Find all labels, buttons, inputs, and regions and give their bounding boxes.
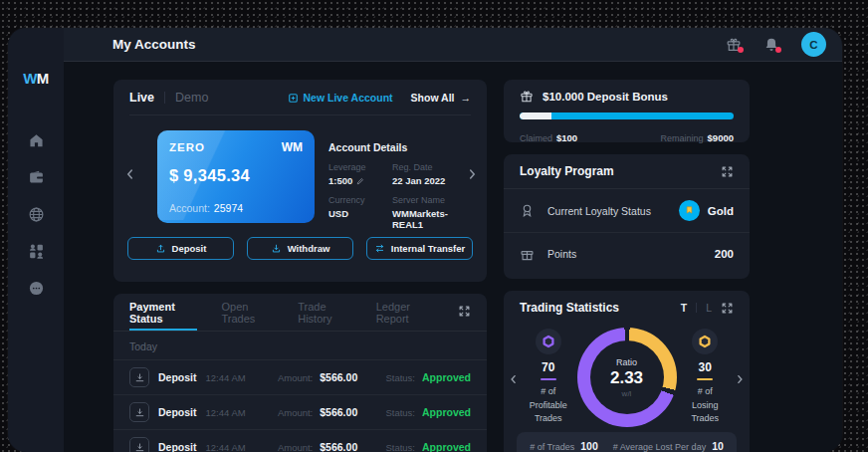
account-number: 25974 xyxy=(214,202,243,214)
sidebar-nav xyxy=(8,132,64,297)
avg-lost-value: 10 xyxy=(712,440,724,452)
tab-demo[interactable]: Demo xyxy=(175,91,208,105)
account-actions: Deposit Withdraw Internal Transfer xyxy=(113,232,487,260)
payment-row: Deposit 12:44 AM Amount: $566.00 Status:… xyxy=(113,359,487,394)
reg-date-value: 22 Jan 2022 xyxy=(392,175,468,186)
accounts-panel-header: Live Demo New Live Account Show All → xyxy=(113,80,487,114)
new-live-account-button[interactable]: New Live Account xyxy=(288,92,393,104)
tab-payment-status[interactable]: Payment Status xyxy=(129,294,197,331)
new-live-account-label: New Live Account xyxy=(304,92,393,104)
account-type-badge: ZERO xyxy=(169,141,205,153)
logo-w: W xyxy=(23,70,37,87)
accounts-panel: Live Demo New Live Account Show All → xyxy=(113,80,487,282)
tab-ledger-report[interactable]: Ledger Report xyxy=(376,294,434,331)
amount-label: Amount: xyxy=(278,442,313,452)
currency-field: Currency USD xyxy=(328,195,382,230)
remaining-value: $9000 xyxy=(708,132,734,143)
losing-trades-label: # of Losing Trades xyxy=(686,385,726,427)
losing-trades-value: 30 xyxy=(686,360,726,374)
add-account-icon xyxy=(288,93,299,104)
main-content: Live Demo New Live Account Show All → xyxy=(64,62,842,452)
loyalty-points-label: Points xyxy=(547,248,576,260)
loyalty-panel: Loyalty Program Current Loyalty Status G… xyxy=(504,154,750,279)
amount-value: $566.00 xyxy=(320,371,357,383)
remaining-label: Remaining xyxy=(661,133,704,143)
status-badge: Approved xyxy=(422,371,471,383)
payments-expand-icon[interactable] xyxy=(458,304,471,322)
tab-open-trades[interactable]: Open Trades xyxy=(221,294,274,331)
status-badge: Approved xyxy=(422,441,471,452)
tab-trade-history[interactable]: Trade History xyxy=(298,294,351,331)
leverage-value: 1:500 xyxy=(328,175,352,186)
home-icon[interactable] xyxy=(28,132,45,149)
total-trades-label: # of Trades xyxy=(530,442,574,452)
gift-icon[interactable] xyxy=(726,37,742,53)
deposit-row-icon xyxy=(129,437,149,452)
brand-logo[interactable]: WM xyxy=(8,70,64,87)
stats-expand-icon[interactable] xyxy=(721,302,734,315)
more-icon[interactable] xyxy=(28,280,45,297)
leverage-field: Leverage 1:500 xyxy=(328,162,382,186)
page-background: WM My Accounts xyxy=(0,0,868,452)
page-title: My Accounts xyxy=(112,37,196,52)
account-card-carousel: ZERO WM $ 9,345.34 Account:25974 Account… xyxy=(113,115,487,232)
amount-value: $566.00 xyxy=(320,441,357,452)
losing-trades-stat: 30 # of Losing Trades xyxy=(686,329,726,427)
total-trades-value: 100 xyxy=(580,440,598,452)
wallet-icon[interactable] xyxy=(28,169,45,186)
carousel-next-icon[interactable] xyxy=(465,167,479,181)
globe-icon[interactable] xyxy=(28,206,45,223)
profitable-trades-value: 70 xyxy=(529,360,568,374)
toggle-lots[interactable]: L xyxy=(706,302,712,314)
card-brand-logo: WM xyxy=(282,140,303,154)
bell-notification-dot xyxy=(775,47,781,53)
payment-row: Deposit 12:44 AM Amount: $566.00 Status:… xyxy=(113,394,487,429)
top-bar: My Accounts C xyxy=(64,28,842,62)
reg-date-label: Reg. Date xyxy=(392,162,468,172)
server-name-label: Server Name xyxy=(392,195,468,205)
ratio-value: 2.33 xyxy=(610,368,643,388)
partners-icon[interactable] xyxy=(28,243,45,260)
internal-transfer-button[interactable]: Internal Transfer xyxy=(366,237,473,260)
award-badge-icon xyxy=(520,203,535,218)
ratio-subtitle: w/l xyxy=(622,389,632,398)
withdraw-download-icon xyxy=(271,243,282,254)
toggle-trades[interactable]: T xyxy=(681,302,687,314)
header-actions: C xyxy=(726,32,826,57)
status-badge: Approved xyxy=(422,406,471,418)
status-label: Status: xyxy=(385,372,415,383)
currency-value: USD xyxy=(328,208,382,219)
payments-tabs: Payment Status Open Trades Trade History… xyxy=(113,294,487,331)
trading-stats-panel: Trading Statistics T L xyxy=(504,291,750,452)
account-balance: $ 9,345.34 xyxy=(169,166,303,185)
withdraw-button[interactable]: Withdraw xyxy=(247,237,353,260)
carousel-prev-icon[interactable] xyxy=(123,167,137,181)
account-details-grid: Leverage 1:500 Reg. Date 22 Jan 2022 Cur xyxy=(328,162,468,230)
account-details: Account Details Leverage 1:500 Reg. Date… xyxy=(328,141,468,230)
loyalty-title: Loyalty Program xyxy=(520,164,614,178)
edit-pencil-icon[interactable] xyxy=(356,177,364,185)
stats-prev-icon[interactable] xyxy=(508,371,520,383)
loyalty-expand-icon[interactable] xyxy=(721,165,734,178)
bonus-progress-claimed xyxy=(520,113,551,119)
loyalty-status-value: Gold xyxy=(708,205,734,217)
tab-live[interactable]: Live xyxy=(129,91,154,105)
tab-separator xyxy=(164,92,165,104)
user-avatar[interactable]: C xyxy=(801,32,826,57)
stats-summary-pill: # of Trades 100 # Average Lost Per day 1… xyxy=(517,432,737,452)
claimed-value: $100 xyxy=(556,132,577,143)
sidebar: WM xyxy=(8,28,64,452)
amount-value: $566.00 xyxy=(320,406,357,418)
payment-time: 12:44 AM xyxy=(206,372,246,383)
losing-underline xyxy=(697,378,713,380)
purple-hexagon-icon xyxy=(536,329,561,354)
stats-next-icon[interactable] xyxy=(734,371,746,383)
accounts-header-links: New Live Account Show All → xyxy=(288,92,472,104)
bell-icon[interactable] xyxy=(763,37,779,53)
deposit-bonus-header: $10.000 Deposit Bonus xyxy=(520,90,734,104)
internal-transfer-button-label: Internal Transfer xyxy=(391,243,465,254)
deposit-button[interactable]: Deposit xyxy=(127,237,234,260)
donut-center: Ratio 2.33 w/l xyxy=(590,340,664,414)
show-all-button[interactable]: Show All → xyxy=(411,92,471,104)
reg-date-field: Reg. Date 22 Jan 2022 xyxy=(392,162,468,186)
